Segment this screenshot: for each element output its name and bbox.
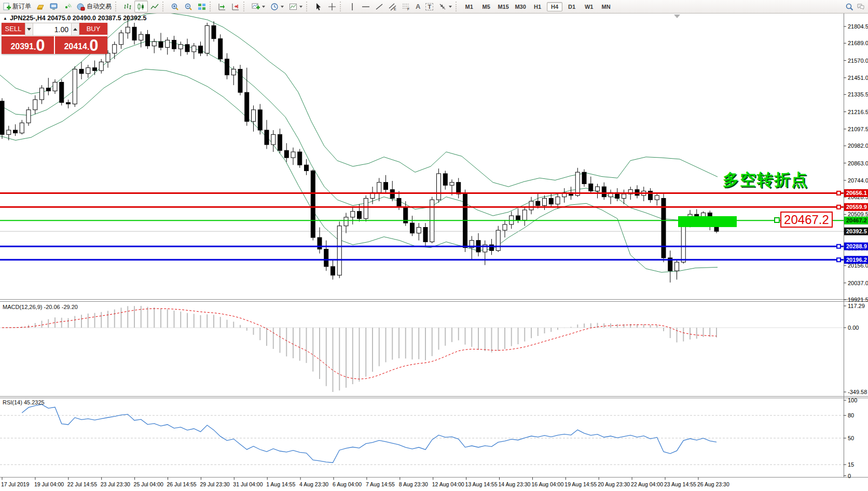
candle <box>457 183 461 194</box>
timeframe-d1[interactable]: D1 <box>564 2 580 11</box>
templates-button[interactable] <box>286 1 305 12</box>
chart-shift-marker <box>674 15 680 18</box>
candle <box>344 217 348 226</box>
zoom-out-button[interactable] <box>182 1 195 12</box>
mt-terminal-window: 新订单 自动交易 <box>0 0 868 491</box>
zoom-in-button[interactable] <box>168 1 182 12</box>
bollinger-upper-band <box>0 13 718 187</box>
timeframe-m15[interactable]: M15 <box>495 2 511 11</box>
new-order-button[interactable]: 新订单 <box>0 1 34 12</box>
candle <box>245 92 249 121</box>
candlestick-icon <box>137 3 145 11</box>
svg-text:20196.2: 20196.2 <box>846 257 867 263</box>
toolbar-grip <box>306 2 311 11</box>
timeframe-m5[interactable]: M5 <box>478 2 494 11</box>
strategy-tester-button[interactable] <box>47 1 61 12</box>
candle <box>73 69 77 104</box>
bar-chart-mode-button[interactable] <box>121 1 134 12</box>
crosshair-tool-button[interactable] <box>325 1 339 12</box>
svg-text:80: 80 <box>848 412 854 418</box>
timeframe-m30[interactable]: M30 <box>513 2 528 11</box>
volume-increase-button[interactable] <box>71 23 79 36</box>
svg-text:20559.9: 20559.9 <box>846 204 867 210</box>
timeframe-m1[interactable]: M1 <box>461 2 477 11</box>
candle <box>231 69 236 75</box>
volume-input[interactable] <box>33 23 71 36</box>
candle <box>53 82 57 91</box>
svg-text:E: E <box>394 7 396 11</box>
candle <box>655 195 659 200</box>
candle <box>66 103 71 104</box>
candle <box>503 225 507 230</box>
text-label-tool-button[interactable]: T <box>423 1 436 12</box>
signals-button[interactable] <box>61 1 74 12</box>
periods-button[interactable] <box>268 1 286 12</box>
dropdown-caret-icon <box>299 6 302 8</box>
candle <box>331 266 335 275</box>
vertical-line-tool-button[interactable] <box>346 1 359 12</box>
cursor-tool-button[interactable] <box>312 1 325 12</box>
candle <box>159 41 163 47</box>
timeframe-w1[interactable]: W1 <box>581 2 597 11</box>
time-axis-label: 19 Jul 04:00 <box>34 481 64 487</box>
line-chart-mode-button[interactable] <box>148 1 161 12</box>
crosshair-icon <box>328 3 336 11</box>
candle-chart-mode-button[interactable] <box>134 1 148 12</box>
candle <box>675 262 679 271</box>
price-callout-label[interactable]: 20467.2 <box>780 212 833 228</box>
candle <box>139 34 143 40</box>
buy-button[interactable]: BUY <box>79 23 107 36</box>
text-tool-button[interactable]: A <box>413 1 423 12</box>
chart-shift-button[interactable] <box>229 1 242 12</box>
search-icon[interactable] <box>845 3 853 11</box>
chart-shift-icon <box>231 3 240 11</box>
rsi-line <box>22 404 717 462</box>
vertical-line-icon <box>348 3 356 11</box>
add-indicator-button[interactable] <box>249 1 268 12</box>
chat-icon[interactable] <box>857 3 865 11</box>
auto-trading-button[interactable]: 自动交易 <box>74 1 114 12</box>
buy-price-display[interactable]: 20414.0 <box>55 36 107 54</box>
svg-text:-349.58: -349.58 <box>848 389 867 395</box>
volume-decrease-button[interactable] <box>25 23 33 36</box>
horizontal-line-icon <box>362 3 370 11</box>
candle <box>681 223 685 262</box>
auto-scroll-button[interactable] <box>215 1 229 12</box>
fibonacci-icon: F <box>402 3 410 11</box>
candle <box>33 100 37 110</box>
svg-text:117.29: 117.29 <box>848 303 865 309</box>
timeframe-h4[interactable]: H4 <box>547 2 562 11</box>
candle <box>79 69 84 73</box>
timeframe-mn[interactable]: MN <box>598 2 614 11</box>
sell-price-display[interactable]: 20391.0 <box>2 36 54 54</box>
one-click-trade-widget: SELL BUY 20391.0 20414.0 <box>2 23 107 54</box>
time-axis-label: 16 Aug 04:00 <box>531 481 563 487</box>
candle <box>305 165 309 171</box>
time-axis-label: 4 Aug 23:30 <box>299 481 328 487</box>
clock-icon <box>270 3 279 11</box>
signal-icon <box>63 3 72 11</box>
candle <box>291 152 295 158</box>
horizontal-line-tool-button[interactable] <box>359 1 373 12</box>
candle <box>318 237 322 249</box>
time-axis-label: 31 Jul 04:00 <box>233 481 263 487</box>
sell-button[interactable]: SELL <box>2 23 25 36</box>
symbol-collapse-icon[interactable]: ▲ <box>3 16 7 21</box>
timeframe-h1[interactable]: H1 <box>530 2 545 11</box>
turning-point-annotation[interactable]: 多空转折点 <box>723 169 808 191</box>
trendline-tool-button[interactable] <box>373 1 386 12</box>
price-chart-canvas[interactable]: 21804.521689.021570.021451.021335.521216… <box>0 13 868 491</box>
channel-tool-button[interactable]: E <box>386 1 399 12</box>
candle <box>146 34 150 46</box>
trendline-handle[interactable] <box>774 217 780 223</box>
tile-windows-button[interactable] <box>195 1 209 12</box>
market-depth-button[interactable] <box>34 1 47 12</box>
candle <box>113 45 117 53</box>
candle <box>26 110 31 123</box>
fibonacci-tool-button[interactable]: F <box>399 1 413 12</box>
arrows-tool-button[interactable] <box>436 1 454 12</box>
chart-area[interactable]: 21804.521689.021570.021451.021335.521216… <box>0 13 868 491</box>
chart-symbol-title: ▲ JPN225-,H4 20475.0 20490.0 20387.5 203… <box>3 15 146 22</box>
svg-text:20509.5: 20509.5 <box>848 211 868 217</box>
candle <box>529 201 533 210</box>
